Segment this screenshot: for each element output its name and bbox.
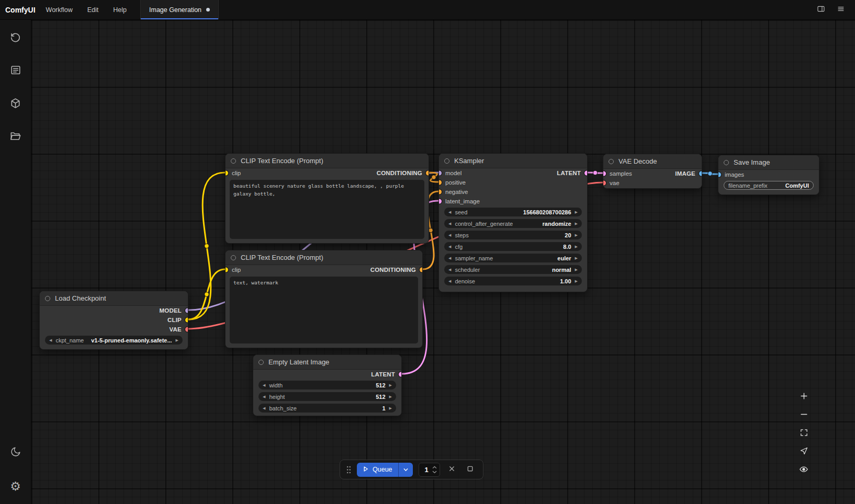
decrement-arrow-icon[interactable]: ◀ <box>263 406 265 410</box>
widget-scheduler[interactable]: ◀schedulernormal▶ <box>444 265 582 274</box>
node-title-bar[interactable]: Empty Latent Image <box>253 355 401 370</box>
increment-arrow-icon[interactable]: ▶ <box>176 338 178 342</box>
link-midpoint-dot[interactable] <box>205 292 209 296</box>
increment-arrow-icon[interactable]: ▶ <box>575 222 578 225</box>
increment-arrow-icon[interactable]: ▶ <box>389 395 392 398</box>
node-title-bar[interactable]: KSampler <box>439 154 587 168</box>
node-clip_negative[interactable]: CLIP Text Encode (Prompt)clipCONDITIONIN… <box>225 250 423 348</box>
output-port-CONDITIONING[interactable] <box>426 171 429 176</box>
output-port-VAE[interactable] <box>185 327 188 332</box>
input-port-negative[interactable] <box>438 190 442 194</box>
zoom-out-button[interactable] <box>796 408 812 422</box>
node-canvas[interactable]: Queue 1 <box>31 20 855 504</box>
queue-button[interactable]: Queue <box>357 463 413 477</box>
input-port-vae[interactable] <box>603 181 606 186</box>
node-title-bar[interactable]: CLIP Text Encode (Prompt) <box>226 250 422 265</box>
stop-button[interactable] <box>464 463 477 476</box>
widget-cfg[interactable]: ◀cfg8.0▶ <box>444 242 582 251</box>
widget-denoise[interactable]: ◀denoise1.00▶ <box>444 277 582 285</box>
input-port-clip[interactable] <box>225 268 228 272</box>
sidebar-item-workflows[interactable] <box>5 127 26 148</box>
collapse-dot[interactable] <box>231 158 236 164</box>
input-port-samples[interactable] <box>603 171 606 176</box>
node-title-bar[interactable]: Save Image <box>718 155 819 170</box>
collapse-dot[interactable] <box>231 255 236 260</box>
batch-count-stepper[interactable] <box>432 466 437 474</box>
increment-arrow-icon[interactable]: ▶ <box>575 245 578 248</box>
node-title-bar[interactable]: Load Checkpoint <box>40 291 188 306</box>
main-menu-button[interactable] <box>833 3 849 17</box>
node-save_image[interactable]: Save Imageimagesfilename_prefixComfyUI <box>718 155 819 195</box>
output-port-IMAGE[interactable] <box>699 171 702 176</box>
panel-toggle-button[interactable] <box>813 3 829 17</box>
increment-arrow-icon[interactable]: ▶ <box>389 383 392 387</box>
decrement-arrow-icon[interactable]: ◀ <box>448 210 451 214</box>
menu-workflow[interactable]: Workflow <box>46 6 73 14</box>
decrement-arrow-icon[interactable]: ◀ <box>263 395 265 398</box>
widget-filename_prefix[interactable]: filename_prefixComfyUI <box>724 181 814 190</box>
sidebar-item-node-library[interactable] <box>5 61 26 82</box>
decrement-arrow-icon[interactable]: ◀ <box>448 222 451 225</box>
node-load_checkpoint[interactable]: Load CheckpointMODELCLIPVAE◀ckpt_namev1-… <box>39 291 188 350</box>
node-empty_latent[interactable]: Empty Latent ImageLATENT◀width512▶◀heigh… <box>253 354 402 416</box>
output-port-LATENT[interactable] <box>399 372 402 377</box>
queue-options-chevron[interactable] <box>399 463 413 477</box>
pan-mode-button[interactable] <box>796 444 812 459</box>
input-port-positive[interactable] <box>438 180 442 185</box>
toggle-link-visibility-button[interactable] <box>796 463 812 477</box>
theme-toggle-button[interactable] <box>5 443 26 464</box>
output-port-LATENT[interactable] <box>584 171 588 176</box>
widget-steps[interactable]: ◀steps20▶ <box>444 231 582 239</box>
menu-edit[interactable]: Edit <box>87 6 99 14</box>
clear-queue-button[interactable] <box>446 463 458 476</box>
fit-view-button[interactable] <box>796 426 812 441</box>
decrement-arrow-icon[interactable]: ◀ <box>448 233 451 237</box>
widget-ckpt_name[interactable]: ◀ckpt_namev1-5-pruned-emaonly.safete...▶ <box>45 336 183 345</box>
increment-arrow-icon[interactable]: ▶ <box>575 279 578 283</box>
decrement-arrow-icon[interactable]: ◀ <box>263 383 265 387</box>
output-port-MODEL[interactable] <box>185 308 188 313</box>
sidebar-item-model-library[interactable] <box>5 94 26 115</box>
settings-button[interactable]: ⚙ <box>5 476 26 497</box>
queue-bar-drag-handle[interactable] <box>346 465 351 474</box>
node-title-bar[interactable]: VAE Decode <box>603 154 702 169</box>
link-midpoint-dot[interactable] <box>593 170 597 175</box>
collapse-dot[interactable] <box>724 160 729 165</box>
widget-seed[interactable]: ◀seed156680208700286▶ <box>444 208 582 216</box>
output-port-CLIP[interactable] <box>185 318 188 323</box>
widget-width[interactable]: ◀width512▶ <box>258 381 396 390</box>
input-port-latent_image[interactable] <box>438 199 442 204</box>
increment-arrow-icon[interactable]: ▶ <box>575 210 578 214</box>
node-title-bar[interactable]: CLIP Text Encode (Prompt) <box>226 154 429 168</box>
link-midpoint-dot[interactable] <box>708 171 712 176</box>
sidebar-item-queue-history[interactable] <box>5 28 26 49</box>
widget-height[interactable]: ◀height512▶ <box>258 392 396 401</box>
collapse-dot[interactable] <box>45 296 50 301</box>
decrement-arrow-icon[interactable]: ◀ <box>448 279 451 283</box>
input-port-clip[interactable] <box>225 171 228 176</box>
decrement-arrow-icon[interactable]: ◀ <box>448 268 451 271</box>
link-midpoint-dot[interactable] <box>432 175 436 179</box>
widget-sampler_name[interactable]: ◀sampler_nameeuler▶ <box>444 254 582 262</box>
prompt-textarea[interactable]: text, watermark <box>230 277 418 343</box>
widget-control_after_generate[interactable]: ◀control_after_generaterandomize▶ <box>444 219 582 228</box>
widget-batch_size[interactable]: ◀batch_size1▶ <box>258 404 396 413</box>
input-port-model[interactable] <box>438 171 442 176</box>
prompt-textarea[interactable]: beautiful scenery nature glass bottle la… <box>230 180 424 239</box>
increment-arrow-icon[interactable]: ▶ <box>575 233 578 237</box>
tab-image-generation[interactable]: Image Generation <box>140 0 219 19</box>
zoom-in-button[interactable] <box>796 390 812 404</box>
increment-arrow-icon[interactable]: ▶ <box>575 268 578 271</box>
decrement-arrow-icon[interactable]: ◀ <box>49 338 52 342</box>
decrement-arrow-icon[interactable]: ◀ <box>448 245 451 248</box>
link-midpoint-dot[interactable] <box>429 228 433 232</box>
node-vae_decode[interactable]: VAE DecodesamplesIMAGEvae <box>603 154 702 189</box>
batch-count-input[interactable]: 1 <box>419 463 440 477</box>
output-port-CONDITIONING[interactable] <box>420 268 423 272</box>
input-port-images[interactable] <box>718 173 721 177</box>
collapse-dot[interactable] <box>444 158 449 164</box>
decrement-arrow-icon[interactable]: ◀ <box>448 256 451 260</box>
node-clip_positive[interactable]: CLIP Text Encode (Prompt)clipCONDITIONIN… <box>225 153 429 244</box>
node-ksampler[interactable]: KSamplermodelLATENTpositivenegativelaten… <box>438 153 588 292</box>
collapse-dot[interactable] <box>609 159 614 164</box>
